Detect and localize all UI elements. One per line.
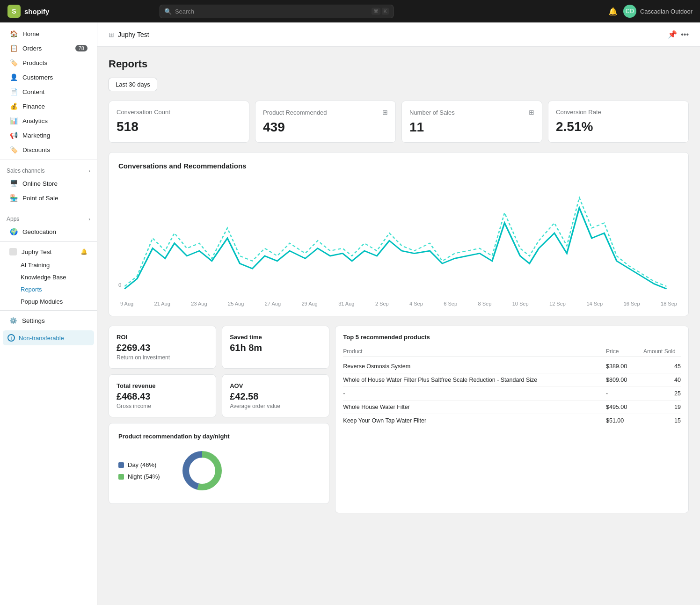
table-row: Keep Your Own Tap Water Filter $51.00 15 [343, 414, 681, 427]
sidebar-item-label: Marketing [22, 132, 50, 139]
table-row: Whole of House Water Filter Plus Saltfre… [343, 373, 681, 387]
customers-icon: 👤 [9, 73, 18, 81]
stat-cards: Conversation Count 518 Product Recommend… [109, 101, 689, 143]
more-options-icon[interactable]: ••• [681, 30, 689, 39]
sidebar-item-marketing[interactable]: 📢 Marketing [3, 128, 94, 142]
sidebar-child-knowledge-base[interactable]: Knowledge Base [3, 271, 94, 283]
sidebar-item-finance[interactable]: 💰 Finance [3, 99, 94, 113]
sidebar-item-label: Home [22, 30, 39, 37]
date-filter-button[interactable]: Last 30 days [109, 78, 157, 91]
saved-time-card: Saved time 61h 8m [222, 326, 329, 369]
discounts-icon: 🏷️ [9, 146, 18, 153]
col-product: Product [343, 348, 606, 355]
total-revenue-title: Total revenue [117, 382, 208, 389]
sidebar-divider-2 [0, 208, 97, 208]
search-shortcut: ⌘ K [372, 8, 389, 15]
sidebar-child-ai-training[interactable]: AI Training [3, 259, 94, 271]
marketing-icon: 📢 [9, 131, 18, 139]
avatar: CO [623, 5, 636, 18]
aov-card: AOV £42.58 Average order value [222, 374, 329, 417]
chart-x-labels: 9 Aug 21 Aug 23 Aug 25 Aug 27 Aug 29 Aug… [118, 301, 679, 306]
sidebar-item-geolocation[interactable]: 🌍 Geolocation [3, 225, 94, 239]
sidebar-item-label: Discounts [22, 146, 50, 153]
product-name: Whole House Water Filter [343, 404, 606, 410]
stat-card-conversion-rate: Conversion Rate 2.51% [548, 101, 689, 143]
table-row: Whole House Water Filter $495.00 19 [343, 401, 681, 414]
total-revenue-card: Total revenue £468.43 Gross income [109, 374, 216, 417]
expand-icon: › [88, 168, 90, 174]
metrics-grid-top: ROI £269.43 Return on investment Saved t… [109, 326, 329, 369]
sidebar-item-label: Geolocation [22, 228, 56, 235]
roi-value: £269.43 [117, 343, 208, 353]
sidebar-item-products[interactable]: 🏷️ Products [3, 56, 94, 70]
breadcrumb: Juphy Test [118, 31, 149, 38]
bell-icon: 🔔 [80, 248, 88, 255]
sidebar-item-online-store[interactable]: 🖥️ Online Store [3, 176, 94, 190]
donut-section: Product recommendation by day/night Day … [109, 423, 329, 504]
day-label: Day (46%) [128, 461, 156, 468]
apps-section: Apps › [0, 211, 97, 224]
sidebar-child-popup-modules[interactable]: Popup Modules [3, 296, 94, 307]
sidebar-item-orders[interactable]: 📋 Orders 78 [3, 41, 94, 55]
chart-title: Conversations and Recommendations [118, 162, 679, 170]
product-sold: 15 [643, 417, 681, 424]
saved-time-value: 61h 8m [230, 343, 321, 353]
user-name: Cascadian Outdoor [640, 8, 693, 15]
product-sold: 19 [643, 404, 681, 410]
stat-card-value: 518 [117, 119, 241, 134]
user-menu[interactable]: CO Cascadian Outdoor [623, 5, 693, 18]
sidebar-item-content[interactable]: 📄 Content [3, 85, 94, 99]
product-sold: 45 [643, 363, 681, 370]
info-card-icon: ⊞ [529, 109, 534, 116]
finance-icon: 💰 [9, 102, 18, 110]
sidebar-item-label: Products [22, 59, 47, 66]
info-icon: i [7, 334, 15, 342]
chart-zero-label: 0 [118, 282, 121, 288]
sidebar-item-label: Online Store [22, 180, 58, 187]
search-input[interactable] [160, 5, 394, 18]
aov-title: AOV [230, 382, 321, 389]
content-area: Reports Last 30 days Conversation Count … [97, 47, 700, 534]
sidebar-item-analytics[interactable]: 📊 Analytics [3, 114, 94, 128]
product-price: $495.00 [606, 404, 643, 410]
page-title: Reports [109, 58, 689, 70]
stat-card-title: Number of Sales ⊞ [409, 109, 534, 116]
night-dot [118, 474, 124, 480]
bottom-section: ROI £269.43 Return on investment Saved t… [109, 326, 689, 513]
roi-title: ROI [117, 334, 208, 341]
product-price: $809.00 [606, 377, 643, 383]
sidebar-item-discounts[interactable]: 🏷️ Discounts [3, 143, 94, 157]
sidebar-item-label: Orders [22, 45, 42, 52]
pin-icon[interactable]: 📌 [668, 30, 677, 39]
geolocation-icon: 🌍 [9, 228, 18, 235]
chart-container: Conversations and Recommendations 0 9 Au… [109, 152, 689, 316]
col-sold: Amount Sold [643, 348, 681, 355]
donut-chart [179, 447, 226, 494]
sidebar-item-home[interactable]: 🏠 Home [3, 27, 94, 41]
donut-legend: Day (46%) Night (54%) [118, 461, 160, 480]
table-row: - - 25 [343, 387, 681, 401]
sidebar-item-label: Point of Sale [22, 195, 58, 202]
settings-label: Settings [22, 317, 45, 324]
notification-bell-icon[interactable]: 🔔 [608, 7, 618, 16]
sidebar-item-pos[interactable]: 🏪 Point of Sale [3, 191, 94, 205]
non-transferable-banner: i Non-transferable [3, 330, 94, 345]
stat-card-value: 439 [263, 120, 388, 135]
sidebar-divider-4 [0, 310, 97, 311]
juphy-title: Juphy Test [22, 248, 51, 255]
logo[interactable]: S shopify [7, 5, 49, 18]
sidebar-item-settings[interactable]: ⚙️ Settings [3, 313, 94, 328]
stat-card-title: Product Recommended ⊞ [263, 109, 388, 116]
sidebar-item-juphy[interactable]: Juphy Test 🔔 [3, 245, 94, 259]
total-revenue-value: £468.43 [117, 391, 208, 402]
expand-icon: › [88, 216, 90, 222]
donut-svg [179, 447, 226, 494]
table-row: Reverse Osmosis System $389.00 45 [343, 360, 681, 373]
search-bar[interactable]: 🔍 ⌘ K [160, 5, 394, 18]
top5-title: Top 5 recommended products [343, 334, 681, 341]
sidebar-item-customers[interactable]: 👤 Customers [3, 70, 94, 84]
analytics-icon: 📊 [9, 117, 18, 124]
stat-card-value: 2.51% [556, 119, 681, 134]
sidebar: 🏠 Home 📋 Orders 78 🏷️ Products 👤 Custome… [0, 22, 97, 605]
sidebar-child-reports[interactable]: Reports [3, 284, 94, 295]
